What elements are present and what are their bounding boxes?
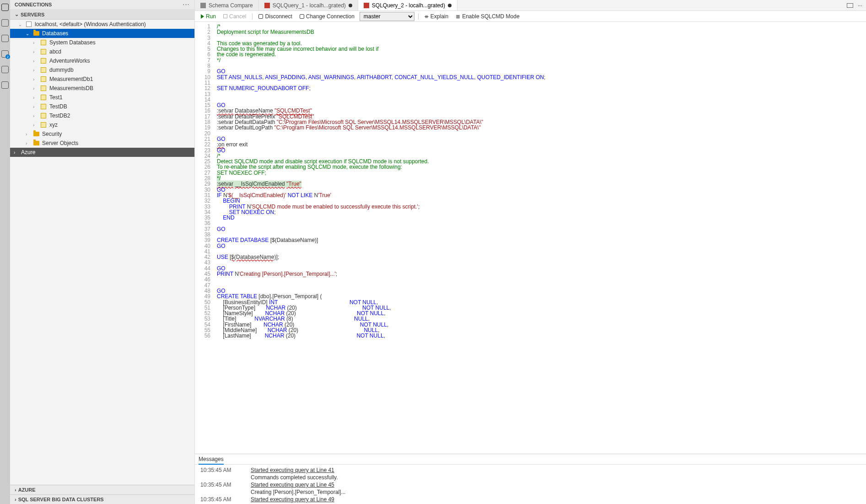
server-icon [26, 21, 32, 27]
sidebar-bottom: › AZURE › SQL SERVER BIG DATA CLUSTERS [10, 485, 194, 504]
folder-icon [33, 30, 39, 37]
security-node[interactable]: › Security [10, 129, 194, 139]
database-select[interactable]: master [360, 12, 414, 21]
database-icon [40, 103, 47, 110]
database-label: dummydb [49, 67, 74, 73]
chevron-right-icon: › [33, 86, 38, 91]
database-node[interactable]: ›AdventureWorks [10, 56, 194, 65]
editor-tab[interactable]: SQLQuery_1 - localh...grated) [259, 0, 358, 11]
code-editor[interactable]: 1234567891011121314151617181920212223242… [195, 22, 866, 454]
database-node[interactable]: ›Test1 [10, 93, 194, 102]
stop-icon [223, 14, 227, 18]
explain-button[interactable]: ᚑExplain [422, 13, 451, 20]
database-label: MeasurementDb1 [49, 76, 93, 82]
activity-connections-icon[interactable] [1, 4, 9, 11]
chevron-down-icon: ⌄ [18, 22, 23, 27]
code-content[interactable]: /*Deployment script for MeasurementsDB T… [214, 22, 866, 454]
activity-notebooks-icon[interactable] [1, 35, 9, 42]
message-row: Commands completed successfully. [200, 474, 861, 481]
dirty-indicator-icon [349, 4, 352, 7]
editor-tabs: Schema CompareSQLQuery_1 - localh...grat… [195, 0, 866, 11]
azure-section[interactable]: › AZURE [10, 485, 194, 494]
activity-bar: 2 [0, 0, 10, 504]
query-toolbar: Run Cancel Disconnect Change Connection … [195, 11, 866, 22]
message-time: 10:35:45 AM [200, 482, 242, 488]
database-icon [40, 94, 47, 101]
activity-search-icon[interactable] [1, 19, 9, 27]
database-node[interactable]: ›MeasurementDb1 [10, 75, 194, 84]
change-connection-button[interactable]: Change Connection [297, 13, 357, 20]
messages-panel: Messages 10:35:45 AMStarted executing qu… [195, 454, 866, 504]
chevron-right-icon: › [33, 49, 38, 54]
activity-explorer-icon[interactable]: 2 [1, 50, 9, 58]
main-area: Schema CompareSQLQuery_1 - localh...grat… [195, 0, 866, 504]
database-label: MeasurementsDB [49, 85, 93, 91]
sidebar-title: CONNECTIONS [15, 2, 52, 7]
editor-tab[interactable]: Schema Compare [195, 0, 259, 11]
chevron-right-icon: › [33, 104, 38, 109]
database-node[interactable]: ›TestDB2 [10, 111, 194, 120]
database-label: AdventureWorks [49, 58, 90, 64]
server-objects-label: Server Objects [42, 140, 78, 146]
messages-body: 10:35:45 AMStarted executing query at Li… [195, 465, 866, 504]
tab-label: SQLQuery_2 - localh...grated) [372, 2, 445, 9]
dirty-indicator-icon [448, 4, 452, 7]
bigdata-section[interactable]: › SQL SERVER BIG DATA CLUSTERS [10, 494, 194, 504]
message-text[interactable]: Started executing query at Line 49 [251, 496, 334, 503]
separator [252, 13, 253, 20]
message-row: 10:35:45 AMStarted executing query at Li… [200, 481, 861, 488]
disconnect-button[interactable]: Disconnect [256, 13, 294, 20]
database-node[interactable]: ›MeasurementsDB [10, 84, 194, 93]
azure-label: Azure [21, 149, 35, 155]
activity-extensions-icon[interactable] [1, 81, 9, 89]
databases-node[interactable]: ⌄ Databases [10, 29, 194, 38]
editor-tab[interactable]: SQLQuery_2 - localh...grated) [358, 0, 457, 11]
chevron-right-icon: › [14, 150, 18, 155]
chevron-right-icon: › [33, 95, 38, 100]
folder-icon [33, 131, 39, 137]
separator [418, 13, 419, 20]
chevron-right-icon: › [33, 123, 38, 128]
database-icon [40, 48, 47, 55]
server-objects-node[interactable]: › Server Objects [10, 139, 194, 148]
file-icon [264, 3, 270, 8]
split-editor-icon[interactable] [847, 3, 853, 8]
database-icon [40, 122, 47, 128]
enable-sqlcmd-button[interactable]: ≣Enable SQLCMD Mode [453, 13, 522, 20]
servers-header[interactable]: ⌄ SERVERS [10, 10, 194, 20]
more-icon[interactable]: ··· [183, 2, 190, 7]
messages-tab[interactable]: Messages [195, 454, 866, 465]
chevron-right-icon: › [26, 141, 30, 146]
message-text[interactable]: Started executing query at Line 41 [251, 467, 334, 473]
message-row: Creating [Person].[Person_Temporal]... [200, 488, 861, 496]
chevron-right-icon: › [33, 40, 38, 45]
file-icon [200, 3, 206, 8]
message-text[interactable]: Started executing query at Line 45 [251, 482, 334, 488]
file-icon [364, 3, 369, 8]
database-node[interactable]: ›abcd [10, 47, 194, 56]
database-node[interactable]: ›TestDB [10, 102, 194, 111]
more-icon[interactable]: ··· [858, 2, 862, 9]
connection-node[interactable]: ⌄ localhost, <default> (Windows Authenti… [10, 20, 194, 29]
activity-source-icon[interactable] [1, 66, 9, 73]
server-tree: ⌄ localhost, <default> (Windows Authenti… [10, 20, 194, 485]
tab-actions: ··· [847, 0, 866, 11]
database-icon [40, 113, 47, 119]
badge-icon: 2 [5, 54, 10, 59]
message-text: Commands completed successfully. [251, 474, 338, 481]
run-button[interactable]: Run [199, 13, 218, 20]
tab-label: Schema Compare [209, 2, 253, 9]
chevron-right-icon: › [33, 77, 38, 82]
message-row: 10:35:45 AMStarted executing query at Li… [200, 496, 861, 503]
database-node[interactable]: ›xyz [10, 120, 194, 129]
security-label: Security [42, 131, 62, 137]
database-node[interactable]: ›System Databases [10, 38, 194, 47]
connection-label: localhost, <default> (Windows Authentica… [35, 21, 146, 27]
azure-node[interactable]: › Azure [10, 148, 194, 157]
database-label: abcd [49, 48, 61, 55]
database-node[interactable]: ›dummydb [10, 65, 194, 75]
message-time: 10:35:45 AM [200, 496, 242, 503]
folder-icon [33, 140, 39, 146]
sidebar-header: CONNECTIONS ··· [10, 0, 194, 10]
database-label: TestDB2 [49, 113, 70, 119]
